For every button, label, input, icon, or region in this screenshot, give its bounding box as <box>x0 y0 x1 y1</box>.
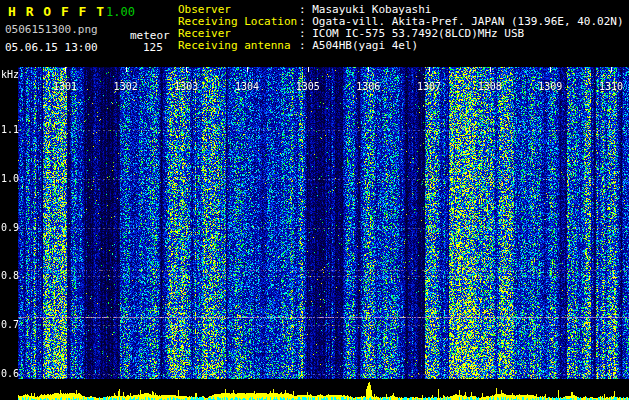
freq-tick-label: 0.9 <box>1 222 19 233</box>
info-row: Receiving antenna: A504HB(yagi 4el) <box>178 40 624 52</box>
app-title: H R O F F T <box>8 4 105 19</box>
info-value: : A504HB(yagi 4el) <box>299 39 418 52</box>
freq-tick-label: 0.7 <box>1 319 19 330</box>
freq-unit-label: kHz <box>1 69 19 80</box>
freq-tick-label: 1.1 <box>1 124 19 135</box>
amplitude-canvas <box>18 381 629 400</box>
hrofft-screenshot: H R O F F T 1.00 0506151300.png meteor 0… <box>0 0 629 400</box>
timestamp: 05.06.15 13:00 <box>5 41 98 54</box>
info-label: Receiving antenna <box>178 40 299 52</box>
sample-count: 125 <box>143 41 163 54</box>
app-version: 1.00 <box>106 5 135 19</box>
freq-axis: kHz 1.11.00.90.80.70.6 <box>0 0 18 400</box>
output-filename: 0506151300.png <box>5 23 98 36</box>
spectrogram-canvas <box>18 67 629 379</box>
freq-tick-label: 0.6 <box>1 368 19 379</box>
observer-info: Observer: Masayuki KobayashiReceiving Lo… <box>178 4 624 52</box>
freq-tick-label: 0.8 <box>1 270 19 281</box>
freq-tick-label: 1.0 <box>1 173 19 184</box>
